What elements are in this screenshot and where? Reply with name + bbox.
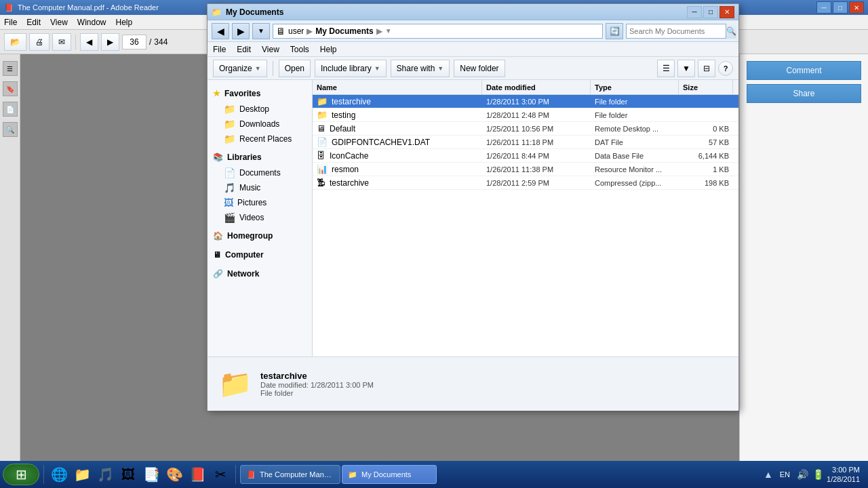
col-header-name[interactable]: Name: [313, 80, 482, 94]
search-button[interactable]: 🔍: [726, 24, 736, 39]
sidebar-network-header[interactable]: 🔗 Network: [208, 266, 312, 282]
adobe-menu-edit[interactable]: Edit: [26, 18, 41, 27]
taskbar-paint-icon[interactable]: 🎨: [163, 464, 185, 485]
taskbar-scissors-icon[interactable]: ✂: [210, 464, 231, 485]
taskbar-pics-icon[interactable]: 🖼: [117, 464, 139, 485]
adobe-menu-window[interactable]: Window: [77, 18, 106, 27]
taskbar-task-explorer[interactable]: 📁 My Documents: [342, 465, 437, 484]
file-icon: 🖥: [317, 123, 326, 134]
organize-btn[interactable]: Organize ▼: [213, 60, 267, 77]
share-with-label: Share with: [397, 64, 435, 73]
tray-volume-icon[interactable]: 🔋: [812, 469, 824, 480]
adobe-page-input[interactable]: 36: [122, 35, 146, 49]
taskbar-docs-icon[interactable]: 📑: [140, 464, 162, 485]
adobe-comment-btn[interactable]: Comment: [747, 61, 861, 80]
sidebar-homegroup-section: 🏠 Homegroup: [208, 228, 312, 244]
adobe-minimize-btn[interactable]: ─: [816, 1, 831, 14]
explorer-menu-view[interactable]: View: [262, 45, 279, 54]
file-row[interactable]: 🖥 Default 1/25/2011 10:56 PM Remote Desk…: [313, 122, 738, 136]
file-type: File folder: [591, 95, 679, 108]
explorer-menu-tools[interactable]: Tools: [290, 45, 309, 54]
include-library-btn[interactable]: Include library ▼: [315, 60, 387, 77]
file-rows-container: 📁 testarchive 1/28/2011 3:00 PM File fol…: [313, 95, 738, 190]
explorer-menu-edit[interactable]: Edit: [237, 45, 251, 54]
share-with-btn[interactable]: Share with ▼: [391, 60, 450, 77]
start-button[interactable]: ⊞: [3, 464, 39, 485]
adobe-email-btn[interactable]: ✉: [52, 33, 71, 51]
panel-hand-icon[interactable]: ☰: [3, 61, 18, 76]
file-row[interactable]: 🗄 IconCache 1/26/2011 8:44 PM Data Base …: [313, 149, 738, 163]
file-icon: 📄: [317, 137, 328, 147]
sidebar-computer-header[interactable]: 🖥 Computer: [208, 247, 312, 263]
adobe-menu-view[interactable]: View: [50, 18, 68, 27]
file-list-header: Name Date modified Type Size: [313, 80, 738, 95]
sidebar-favorites-header[interactable]: ★ Favorites: [208, 85, 312, 102]
file-name-cell: 🗄 IconCache: [313, 149, 482, 162]
adobe-close-btn[interactable]: ✕: [849, 1, 864, 14]
taskbar-media-icon[interactable]: 🎵: [94, 464, 116, 485]
tray-arrow-icon[interactable]: ▲: [764, 469, 773, 480]
explorer-menu-help[interactable]: Help: [320, 45, 337, 54]
file-date: 1/25/2011 10:56 PM: [482, 122, 591, 135]
panel-search-icon[interactable]: 🔍: [3, 122, 18, 137]
search-input[interactable]: [627, 27, 726, 35]
adobe-menu-help[interactable]: Help: [116, 18, 133, 27]
file-name: testarchive: [330, 178, 369, 188]
taskbar-task-adobe[interactable]: 📕 The Computer Manual.pdf - Adobe Reader: [240, 465, 340, 484]
sidebar-item-downloads[interactable]: 📁 Downloads: [208, 117, 312, 131]
sidebar-item-desktop[interactable]: 📁 Desktop: [208, 102, 312, 117]
forward-btn[interactable]: ▶: [232, 23, 250, 39]
sidebar-item-music[interactable]: 🎵 Music: [208, 180, 312, 195]
search-bar[interactable]: 🔍: [626, 24, 734, 39]
new-folder-btn[interactable]: New folder: [454, 60, 505, 77]
file-row[interactable]: 📁 testing 1/28/2011 2:48 PM File folder: [313, 108, 738, 122]
tray-lang[interactable]: EN: [777, 470, 793, 479]
adobe-print-btn[interactable]: 🖨: [29, 33, 50, 51]
view-dropdown-btn[interactable]: ▼: [677, 60, 695, 77]
col-header-type[interactable]: Type: [591, 80, 679, 94]
sidebar-item-recent[interactable]: 📁 Recent Places: [208, 131, 312, 146]
adobe-share-btn[interactable]: Share: [747, 84, 861, 103]
sidebar-homegroup-header[interactable]: 🏠 Homegroup: [208, 228, 312, 244]
file-row[interactable]: 📄 GDIPFONTCACHEV1.DAT 1/26/2011 11:18 PM…: [313, 136, 738, 149]
help-btn[interactable]: ?: [718, 61, 733, 76]
explorer-menu-file[interactable]: File: [213, 45, 226, 54]
view-pane-btn[interactable]: ⊟: [698, 60, 715, 77]
adobe-menu-file[interactable]: File: [4, 18, 17, 27]
taskbar-explorer-icon[interactable]: 📁: [71, 464, 93, 485]
adobe-open-btn[interactable]: 📂: [4, 33, 26, 51]
taskbar-ie-icon[interactable]: 🌐: [48, 464, 70, 485]
explorer-window: 📁 My Documents ─ □ ✕ ◀ ▶ ▼ 🖥 user ▶ My D…: [207, 3, 739, 410]
system-clock[interactable]: 3:00 PM 1/28/2011: [827, 465, 860, 485]
panel-bookmark-icon[interactable]: 🔖: [3, 81, 18, 96]
file-row[interactable]: 📊 resmon 1/26/2011 11:38 PM Resource Mon…: [313, 163, 738, 176]
taskbar-pdf-icon[interactable]: 📕: [186, 464, 208, 485]
adobe-prev-btn[interactable]: ◀: [80, 33, 98, 51]
explorer-close-btn[interactable]: ✕: [719, 6, 734, 18]
sidebar-item-videos[interactable]: 🎬 Videos: [208, 210, 312, 225]
file-size: [679, 108, 733, 121]
tray-network-icon[interactable]: 🔊: [797, 469, 808, 480]
address-bar[interactable]: 🖥 user ▶ My Documents ▶ ▼: [273, 24, 603, 39]
explorer-minimize-btn[interactable]: ─: [687, 6, 702, 18]
adobe-maximize-btn[interactable]: □: [833, 1, 848, 14]
file-row[interactable]: 📁 testarchive 1/28/2011 3:00 PM File fol…: [313, 95, 738, 108]
back-btn[interactable]: ◀: [212, 23, 229, 39]
sidebar-item-documents[interactable]: 📄 Documents: [208, 165, 312, 180]
file-row[interactable]: 🗜 testarchive 1/28/2011 2:59 PM Compress…: [313, 176, 738, 190]
view-details-btn[interactable]: ☰: [657, 60, 675, 77]
file-name-cell: 🗜 testarchive: [313, 176, 482, 189]
explorer-maximize-btn[interactable]: □: [703, 6, 718, 18]
file-name-cell: 📁 testing: [313, 108, 482, 121]
col-header-date[interactable]: Date modified: [482, 80, 591, 94]
sidebar-item-pictures[interactable]: 🖼 Pictures: [208, 195, 312, 210]
open-btn[interactable]: Open: [279, 60, 311, 77]
sidebar-libraries-section: 📚 Libraries 📄 Documents 🎵 Music 🖼 Pictur…: [208, 149, 312, 225]
adobe-right-panel: Comment Share: [739, 54, 868, 488]
adobe-next-btn[interactable]: ▶: [101, 33, 119, 51]
col-header-size[interactable]: Size: [679, 80, 733, 94]
sidebar-libraries-header[interactable]: 📚 Libraries: [208, 149, 312, 165]
up-btn[interactable]: ▼: [252, 23, 270, 39]
panel-page-icon[interactable]: 📄: [3, 102, 18, 117]
refresh-btn[interactable]: 🔄: [606, 23, 623, 39]
